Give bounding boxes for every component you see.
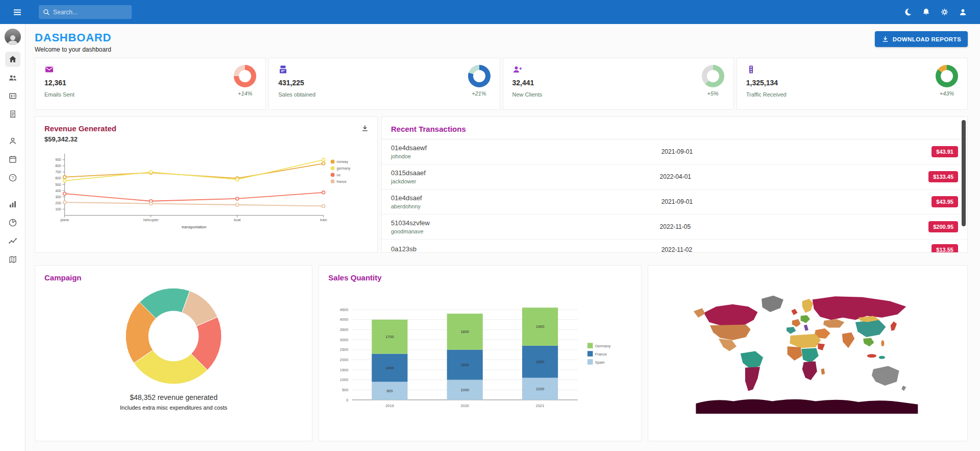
svg-text:1100: 1100 [536, 387, 544, 391]
svg-text:4000: 4000 [340, 317, 349, 322]
middle-row: Revenue Generated $59,342.32 10020030040… [35, 116, 968, 253]
sidebar-item-profile[interactable] [5, 133, 20, 149]
transaction-id: 01e4dsaewf [391, 144, 662, 152]
sidebar-item-pie-chart[interactable] [5, 215, 20, 230]
line-chart-icon [8, 236, 17, 246]
profile-icon[interactable] [954, 4, 971, 20]
transaction-date: 2022-04-01 [660, 173, 929, 180]
svg-text:France: France [595, 352, 607, 357]
transaction-date: 2021-09-01 [662, 148, 932, 155]
bar-chart-icon [8, 200, 17, 209]
main-content: DASHBOARD Welcome to your dashboard DOWN… [26, 0, 980, 441]
sales-quantity-title: Sales Quantity [328, 273, 632, 282]
menu-icon[interactable] [9, 4, 26, 20]
svg-text:Germany: Germany [595, 344, 611, 348]
sidebar-item-contacts[interactable] [5, 88, 20, 104]
svg-text:us: us [337, 173, 341, 177]
transaction-row: 01e4dsaewf johndoe 2021-09-01 $43.91 [382, 139, 967, 164]
campaign-title: Campaign [44, 273, 82, 282]
world-map [687, 289, 929, 418]
transaction-date: 2021-09-01 [662, 198, 932, 205]
dark-mode-icon[interactable] [899, 4, 916, 20]
person-add-icon [512, 65, 543, 75]
download-icon[interactable] [361, 124, 369, 132]
sidebar-item-bar-chart[interactable] [5, 197, 20, 212]
svg-text:500: 500 [55, 183, 61, 186]
sidebar-item-calendar[interactable] [5, 152, 20, 167]
sales-quantity-panel: Sales Quantity 0500100015002000250030003… [318, 265, 642, 441]
transaction-id: 0a123sb [391, 245, 662, 253]
download-reports-button[interactable]: DOWNLOAD REPORTS [875, 31, 968, 47]
notifications-icon[interactable] [918, 4, 934, 20]
sidebar-item-team[interactable] [5, 70, 20, 85]
download-reports-label: DOWNLOAD REPORTS [893, 36, 961, 42]
help-icon: ? [8, 173, 17, 182]
transaction-date: 2022-11-02 [662, 246, 932, 253]
search-icon [43, 9, 50, 16]
sidebar-item-geography[interactable] [5, 252, 20, 267]
point-of-sale-icon [278, 65, 315, 75]
svg-text:200: 200 [55, 201, 61, 205]
svg-text:400: 400 [55, 189, 61, 193]
stat-label: New Clients [512, 91, 543, 98]
pie-chart-icon [8, 218, 17, 227]
svg-text:1800: 1800 [461, 329, 470, 334]
stat-value: 32,441 [512, 79, 543, 87]
svg-text:1500: 1500 [461, 363, 470, 367]
stat-progress-ring [234, 65, 256, 87]
stat-label: Emails Sent [44, 91, 75, 98]
settings-icon[interactable] [936, 4, 952, 20]
user-avatar[interactable] [5, 29, 21, 45]
transaction-amount-badge: $43.91 [932, 146, 958, 157]
stat-cards-row: 12,361 Emails Sent +14% 431,225 Sales ob… [35, 58, 968, 110]
transaction-amount-badge: $43.95 [932, 196, 958, 207]
transaction-row: 01e4dsaef aberdohnny 2021-09-01 $43.95 [382, 189, 967, 215]
topbar-actions [899, 4, 971, 20]
svg-text:2019: 2019 [386, 403, 395, 408]
revenue-title: Revenue Generated [44, 124, 368, 133]
transaction-row: 51034szvfew goodmanave 2022-11-05 $200.9… [382, 215, 967, 240]
stat-delta: +43% [940, 90, 954, 97]
sidebar-nav: ? [5, 52, 20, 270]
svg-text:1000: 1000 [340, 377, 349, 382]
revenue-amount: $59,342.32 [44, 135, 368, 143]
svg-text:1700: 1700 [386, 335, 395, 339]
revenue-panel: Revenue Generated $59,342.32 10020030040… [35, 116, 378, 253]
svg-text:300: 300 [55, 195, 61, 199]
transaction-amount-badge: $200.95 [928, 221, 958, 232]
sales-bar-chart: 0500100015002000250030003500400045009001… [328, 293, 632, 422]
sidebar-item-invoices[interactable] [5, 107, 20, 122]
transaction-amount-badge: $13.55 [932, 244, 958, 253]
team-icon [8, 73, 17, 82]
svg-text:2000: 2000 [340, 358, 349, 362]
campaign-subcaption: Includes extra misc expenditures and cos… [120, 405, 227, 411]
campaign-caption: $48,352 revenue generated [130, 393, 217, 401]
svg-text:900: 900 [55, 158, 61, 161]
stat-card-emails: 12,361 Emails Sent +14% [35, 58, 266, 110]
transaction-id: 01e4dsaef [391, 194, 662, 202]
page-subtitle: Welcome to your dashboard [35, 46, 111, 53]
stat-label: Traffic Received [746, 91, 787, 98]
svg-text:transportation: transportation [182, 225, 206, 229]
transactions-scrollbar[interactable] [962, 120, 966, 226]
stat-delta: +14% [238, 90, 252, 97]
campaign-donut-chart [125, 287, 223, 385]
search-input[interactable] [53, 9, 132, 16]
sidebar-item-line-chart[interactable] [5, 233, 20, 249]
sidebar-item-dashboard[interactable] [5, 52, 20, 67]
transaction-user: jackdower [391, 178, 660, 184]
stat-value: 12,361 [44, 79, 75, 87]
svg-text:Spain: Spain [595, 360, 605, 365]
stat-progress-ring [936, 65, 958, 87]
invoices-icon [8, 110, 17, 119]
stat-value: 1,325,134 [746, 79, 787, 87]
page-header: DASHBOARD Welcome to your dashboard DOWN… [35, 31, 968, 53]
svg-text:helicopter: helicopter [143, 218, 159, 222]
sidebar-item-faq[interactable]: ? [5, 170, 20, 185]
search-box [39, 5, 132, 19]
svg-text:3500: 3500 [340, 327, 349, 332]
stat-value: 431,225 [278, 79, 315, 87]
svg-text:4500: 4500 [340, 307, 349, 312]
recent-transactions-panel: Recent Transactions 01e4dsaewf johndoe 2… [381, 116, 968, 253]
home-icon [8, 55, 17, 64]
